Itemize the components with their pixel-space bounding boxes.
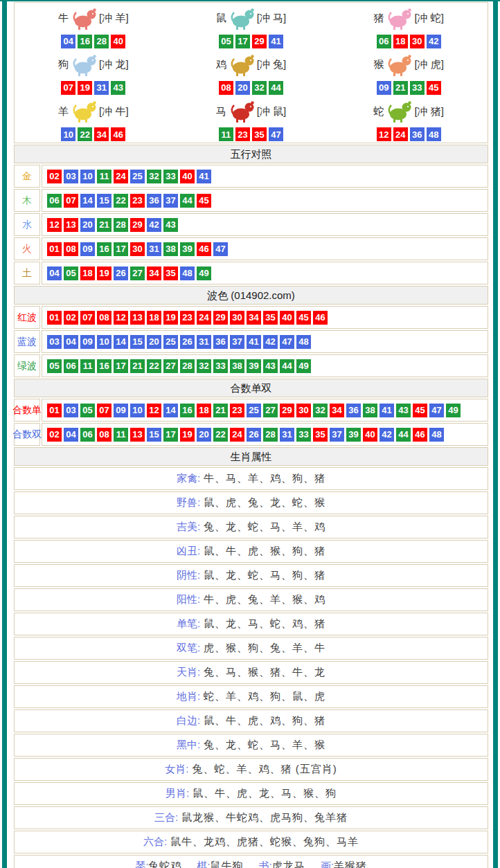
attribute-value: 兔、蛇、羊、鸡、猪 (五宫肖) [193,763,337,776]
attribute-label: 阴性: [177,569,200,582]
right-border-bar [493,1,498,868]
number-ball: 26 [247,428,261,442]
zodiac-clash-label: [冲 猪] [414,105,444,118]
number-ball: 26 [114,266,128,280]
attribute-row: 凶丑:鼠、牛、虎、猴、狗、猪 [14,540,488,563]
number-ball: 19 [97,266,111,280]
goat-icon [70,99,98,124]
zodiac-cell-rooster: 鸡[冲 兔]08203244 [172,49,330,96]
number-ball: 38 [163,242,178,256]
number-ball: 41 [269,35,283,48]
attribute-label: 三合: [154,811,178,824]
attribute-row: 阴性:鼠、龙、蛇、马、狗、猪 [14,564,488,587]
number-ball: 01 [47,242,62,256]
zodiac-reference-page: 牛[冲 羊]04162840鼠[冲 马]05172941猪[冲 蛇]061830… [0,0,500,868]
attribute-value: 兔蛇鸡 [148,860,181,868]
row-label: 红波 [14,306,40,329]
row-numbers: 1213202128294243 [42,213,488,236]
number-ball: 43 [111,81,125,95]
number-ball: 02 [47,428,62,442]
number-ball: 20 [197,428,211,442]
attribute-label: 野兽: [177,496,200,509]
attribute-value: 鼠龙猴、牛蛇鸡、虎马狗、兔羊猪 [181,811,348,824]
zodiac-clash-label: [冲 龙] [99,58,129,71]
attribute-segment: 棋:鼠牛狗 [197,860,243,868]
number-ball: 08 [219,81,233,95]
number-ball: 19 [180,428,195,442]
attribute-segment: 书:虎龙马 [259,860,305,868]
zodiac-cell-heading: 狗[冲 龙] [58,51,129,80]
section-header-heshu: 合数单双 [14,379,488,397]
number-ball: 36 [410,127,425,141]
number-ball: 35 [163,266,178,280]
number-ball: 17 [235,35,250,48]
section-header-bose: 波色 (014902.com) [14,286,488,305]
attribute-row: 家禽:牛、马、羊、鸡、狗、猪 [14,467,488,490]
number-ball: 16 [97,242,111,256]
number-ball: 37 [230,335,244,349]
attribute-value: 鼠、牛、虎、鸡、狗、猪 [204,714,325,727]
number-ball: 49 [197,266,211,280]
row-label: 水 [14,213,40,236]
number-ball: 26 [180,335,195,349]
attribute-row: 天肖:兔、马、猴、猪、牛、龙 [14,661,488,684]
number-ball: 43 [163,218,178,232]
section-header-attrs: 生肖属性 [14,447,488,466]
attribute-row: 女肖:兔、蛇、羊、鸡、猪 (五宫肖) [14,758,488,781]
number-ball: 27 [130,266,145,280]
number-ball: 22 [114,194,128,208]
number-ball: 28 [94,35,109,48]
number-ball: 48 [180,266,195,280]
number-ball: 23 [130,194,145,208]
number-ball: 35 [263,311,278,325]
bose-row: 绿波05061116172122272832333839434449 [14,354,488,377]
number-ball: 24 [114,170,128,183]
row-label: 土 [14,262,40,284]
number-ball: 36 [147,194,161,208]
number-ball: 27 [163,359,178,373]
number-ball: 48 [296,335,311,349]
number-ball: 20 [147,335,161,349]
number-ball: 41 [247,335,261,349]
number-ball: 41 [380,404,394,417]
attribute-row: 黑中:兔、龙、蛇、马、羊、猴 [14,734,488,757]
number-ball: 46 [111,127,125,141]
number-ball: 32 [197,359,211,373]
dog-icon [70,53,98,78]
attribute-label: 黑中: [177,739,200,752]
number-ball: 12 [377,127,391,141]
number-ball: 14 [80,194,95,208]
zodiac-name: 马 [216,105,226,118]
attribute-label: 阳性: [177,593,200,606]
number-ball: 06 [377,35,391,48]
attribute-row: 白边:鼠、牛、虎、鸡、狗、猪 [14,709,488,732]
number-ball: 13 [64,218,78,232]
number-ball: 28 [180,359,195,373]
attribute-label: 地肖: [177,690,200,703]
zodiac-numbers: 05172941 [219,35,283,48]
number-ball: 17 [163,428,178,442]
number-ball: 05 [219,35,233,48]
zodiac-clash-label: [冲 牛] [99,105,129,118]
number-ball: 03 [64,170,78,183]
wuxing-row: 木06071415222336374445 [14,189,488,212]
top-border-bar [0,0,500,1]
attribute-label: 棋: [197,860,210,868]
number-ball: 32 [147,170,161,183]
main-table: 牛[冲 羊]04162840鼠[冲 马]05172941猪[冲 蛇]061830… [14,2,488,868]
number-ball: 31 [280,428,294,442]
number-ball: 04 [47,266,62,280]
attribute-label: 女肖: [165,763,188,776]
number-ball: 39 [346,428,361,442]
number-ball: 16 [180,404,195,417]
number-ball: 10 [97,335,111,349]
number-ball: 19 [78,81,92,95]
attribute-value: 牛、虎、兔、羊、猴、鸡 [204,593,325,606]
number-ball: 04 [61,35,75,48]
number-ball: 42 [380,428,394,442]
number-ball: 09 [80,242,95,256]
attribute-label: 书: [259,860,272,868]
zodiac-cell-heading: 鼠[冲 马] [216,4,287,33]
number-ball: 33 [163,170,178,183]
number-ball: 49 [446,404,461,417]
